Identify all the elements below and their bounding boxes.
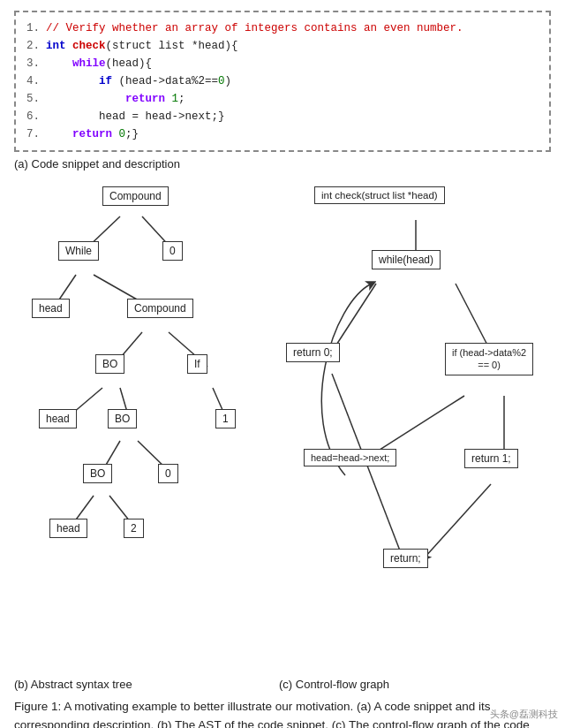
ast-node-compound2: Compound: [127, 299, 193, 318]
ast-panel: Compound While 0 head Compound BO If hea…: [14, 179, 279, 674]
ast-wrapper: Compound While 0 head Compound BO If hea…: [14, 179, 279, 691]
code-line-2: 2. int check(struct list *head){: [26, 37, 539, 55]
cfg-caption: (c) Control-flow graph: [279, 678, 553, 691]
ast-node-one: 1: [215, 409, 236, 428]
ast-node-while: While: [58, 241, 99, 261]
code-line-1: 1. // Verify whether an array of integer…: [26, 19, 539, 37]
ast-node-bo1: BO: [95, 354, 124, 374]
cfg-wrapper: int check(struct list *head) while(head)…: [279, 179, 553, 691]
code-line-4: 4. if (head->data%2==0): [26, 72, 539, 90]
cfg-node-head-next: head=head->next;: [304, 449, 396, 466]
ast-node-head1: head: [32, 299, 70, 318]
cfg-node-while: while(head): [372, 250, 441, 269]
code-snippet: 1. // Verify whether an array of integer…: [14, 11, 551, 152]
ast-caption: (b) Abstract syntax tree: [14, 678, 279, 691]
svg-line-16: [332, 284, 376, 352]
ast-node-bo3: BO: [83, 464, 112, 483]
code-line-3: 3. while(head){: [26, 55, 539, 72]
cfg-panel: int check(struct list *head) while(head)…: [279, 179, 553, 674]
cfg-node-fn-decl: int check(struct list *head): [314, 186, 445, 204]
code-line-6: 6. head = head->next;}: [26, 108, 539, 125]
ast-node-if: If: [187, 354, 207, 374]
cfg-node-if-cond: if (head->data%2 == 0): [445, 343, 533, 375]
ast-node-bo2: BO: [108, 409, 137, 428]
ast-node-head2: head: [39, 409, 77, 428]
ast-node-zero2: 0: [158, 464, 178, 483]
cfg-node-return1: return 1;: [464, 449, 518, 468]
code-line-7: 7. return 0;}: [26, 125, 539, 143]
svg-line-17: [456, 284, 491, 352]
ast-node-compound-top: Compound: [102, 186, 169, 206]
ast-node-head4: head: [49, 519, 87, 538]
watermark: 头条@磊测科技: [490, 708, 558, 721]
ast-node-zero1: 0: [162, 241, 183, 261]
cfg-node-return0: return 0;: [286, 343, 340, 362]
cfg-node-return: return;: [383, 549, 428, 568]
figure-caption: Figure 1: A motivating example to better…: [14, 698, 551, 728]
diagrams-row: Compound While 0 head Compound BO If hea…: [14, 179, 551, 691]
svg-line-20: [425, 484, 491, 557]
ast-node-two: 2: [124, 519, 144, 538]
code-caption: (a) Code snippet and description: [14, 157, 551, 171]
code-line-5: 5. return 1;: [26, 90, 539, 108]
